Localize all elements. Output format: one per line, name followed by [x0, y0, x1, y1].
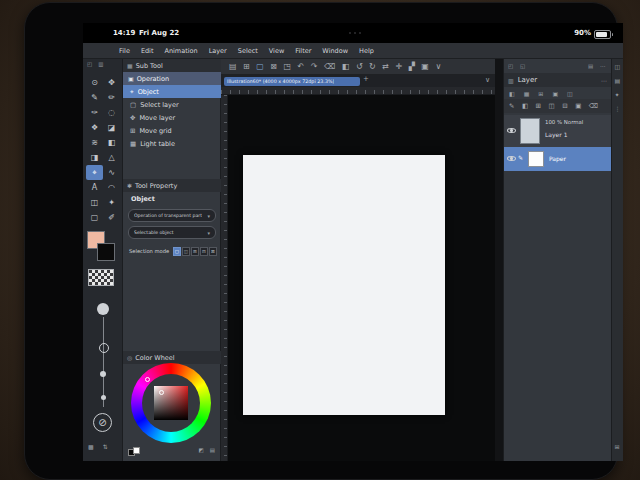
tool-property-panel-header[interactable]: ✱ Tool Property [123, 179, 221, 192]
selection-mode-option-3[interactable]: ⊞ [191, 247, 199, 256]
rotate-reset-button[interactable]: ⊘ [93, 413, 112, 432]
paper-thumbnail[interactable] [528, 151, 544, 167]
fill-tool[interactable]: ◧ [103, 135, 120, 150]
swap-icon[interactable]: ⇅ [103, 443, 108, 450]
deselect-icon[interactable]: ⊠ [270, 62, 277, 71]
flip-icon[interactable]: ⇄ [382, 62, 389, 71]
menu-edit[interactable]: Edit [141, 47, 154, 55]
selection-launcher-icon[interactable]: ▢ [256, 62, 264, 71]
snap-icon[interactable]: ✛ [395, 62, 402, 71]
selection-mode-option-2[interactable]: ◫ [182, 247, 190, 256]
layer-row-paper[interactable]: ✎ Paper [504, 147, 612, 171]
panel-dock-icon-1[interactable]: ◰ [508, 63, 513, 69]
selectable-object-dropdown[interactable]: Selectable object ▾ [128, 226, 216, 239]
gradient-tool[interactable]: ◨ [86, 150, 103, 165]
subtool-item-move-grid[interactable]: ⊞ Move grid [123, 124, 221, 137]
menu-layer[interactable]: Layer [209, 47, 227, 55]
canvas-grid-icon[interactable]: ⊞ [243, 62, 250, 71]
visibility-eye-icon[interactable] [507, 128, 516, 133]
panel-more-icon[interactable]: ⋯ [600, 63, 606, 69]
eraser-tool[interactable]: ◪ [103, 120, 120, 135]
strip-bottom-icon[interactable]: ⊞ [615, 443, 620, 450]
tabbar-collapse-icon[interactable]: ∨ [485, 76, 490, 84]
operation-tool[interactable]: ⌖ [86, 165, 103, 180]
brush-size-track[interactable] [103, 317, 104, 407]
figure-tool[interactable]: △ [103, 150, 120, 165]
decoration-tool[interactable]: ❖ [86, 120, 103, 135]
pattern-icon[interactable]: ▩ [88, 443, 94, 450]
layer-panel-header[interactable]: ▥ Layer ⋯ [504, 73, 612, 87]
strip-icon-1[interactable]: ◫ [615, 63, 621, 70]
dock-left-icon[interactable]: ◰ [87, 61, 92, 67]
frame-border-tool[interactable]: ◫ [86, 195, 103, 210]
palette-tab-icon-3[interactable]: ⊞ [538, 90, 543, 97]
palette-tab-icon-5[interactable]: ◫ [567, 90, 573, 97]
sub-tool-panel-header[interactable]: ▦ Sub Tool [123, 59, 221, 72]
layer-blend-opacity[interactable]: 100 % Normal [545, 119, 583, 125]
gradient-small-icon[interactable]: ◩ [199, 447, 204, 453]
menu-file[interactable]: File [119, 47, 130, 55]
add-tab-icon[interactable]: + [363, 75, 369, 83]
brush-tool[interactable]: ✑ [86, 105, 103, 120]
size-preset-knob-3[interactable] [101, 395, 106, 400]
layer-mask-icon[interactable]: ◫ [549, 102, 555, 110]
rotate-cw-icon[interactable]: ↻ [369, 62, 376, 71]
pencil-tool[interactable]: ✏ [103, 90, 120, 105]
magnifier-tool[interactable]: ⊙ [86, 75, 103, 90]
selection-mode-option-1[interactable]: ▢ [173, 247, 181, 256]
selection-mode-option-4[interactable]: ⊟ [200, 247, 208, 256]
mini-color-swatches[interactable] [128, 447, 144, 457]
layer-panel-more-icon[interactable]: ⋯ [601, 77, 607, 84]
lasso-tool[interactable]: ∿ [103, 165, 120, 180]
menu-filter[interactable]: Filter [295, 47, 311, 55]
workspace-icon[interactable]: ▤ [229, 62, 237, 71]
canvas[interactable] [243, 155, 445, 415]
merge-layer-icon[interactable]: ⊟ [562, 102, 567, 110]
transparent-color-swatch[interactable] [88, 269, 114, 286]
layer-property-icon[interactable]: ▣ [575, 102, 581, 110]
subtool-item-move-layer[interactable]: ✥ Move layer [123, 111, 221, 124]
delete-layer-icon[interactable]: ⌫ [589, 102, 598, 110]
strip-icon-4[interactable]: ⋮ [615, 105, 621, 112]
menu-view[interactable]: View [269, 47, 284, 55]
document-tab[interactable]: Illustration60* (4000 x 4000px 72dpi 23.… [224, 77, 360, 86]
balloon-tool[interactable]: ◠ [103, 180, 120, 195]
size-preset-knob-1[interactable] [99, 343, 109, 353]
brush-size-knob[interactable] [97, 303, 109, 315]
eyedropper-tool[interactable]: ✐ [103, 210, 120, 225]
layer-row-layer1[interactable]: 100 % Normal Layer 1 [504, 115, 612, 147]
pen-tool[interactable]: ✎ [86, 90, 103, 105]
undo-icon[interactable]: ↶ [298, 62, 305, 71]
fill-icon[interactable]: ◧ [342, 62, 350, 71]
selection-mode-option-5[interactable]: ⊠ [209, 247, 217, 256]
menu-help[interactable]: Help [359, 47, 374, 55]
subtool-item-light-table[interactable]: ▦ Light table [123, 137, 221, 150]
selection-area-tool[interactable]: ▢ [86, 210, 103, 225]
operation-transparent-dropdown[interactable]: Operation of transparent part ▾ [128, 209, 216, 222]
rotate-ccw-icon[interactable]: ↺ [356, 62, 363, 71]
perspective-icon[interactable]: ▞ [409, 62, 415, 71]
clear-icon[interactable]: ⌫ [324, 62, 335, 71]
blend-tool[interactable]: ≋ [86, 135, 103, 150]
airbrush-tool[interactable]: ◌ [103, 105, 120, 120]
redo-icon[interactable]: ↷ [311, 62, 318, 71]
palette-tab-icon-1[interactable]: ◧ [509, 90, 515, 97]
palette-tab-icon-4[interactable]: ▣ [552, 90, 558, 97]
sub-color-swatch[interactable] [97, 243, 115, 261]
layer1-thumbnail[interactable] [520, 118, 540, 144]
menu-animation[interactable]: Animation [164, 47, 197, 55]
menu-select[interactable]: Select [238, 47, 258, 55]
crop-icon[interactable]: ◳ [284, 62, 292, 71]
size-preset-knob-2[interactable] [100, 371, 106, 377]
palette-tab-icon-2[interactable]: ▦ [524, 90, 530, 97]
menu-small-icon[interactable]: ▤ [210, 447, 215, 453]
visibility-eye-icon[interactable] [507, 156, 516, 161]
move-canvas-tool[interactable]: ✥ [103, 75, 120, 90]
new-layer-icon[interactable]: ✎ [509, 102, 514, 110]
panel-dock-icon-2[interactable]: ◱ [520, 63, 525, 69]
layer-fill-icon[interactable]: ◧ [522, 102, 528, 110]
subtool-item-select-layer[interactable]: ▢ Select layer [123, 98, 221, 111]
sub-tool-group-operation[interactable]: ▣ Operation [123, 72, 221, 85]
strip-icon-2[interactable]: ▤ [615, 77, 621, 84]
menu-window[interactable]: Window [322, 47, 348, 55]
